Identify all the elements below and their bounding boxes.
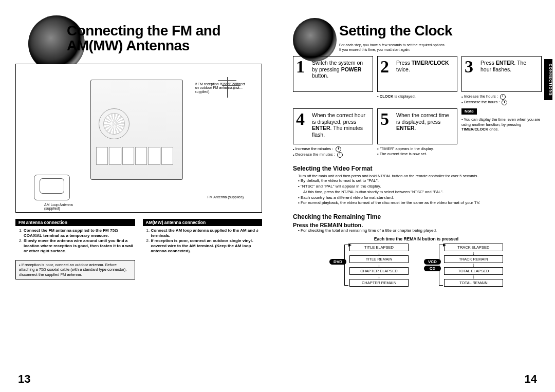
video-intro: Turn off the main unit and then press an… bbox=[298, 174, 540, 178]
page-number-left: 13 bbox=[18, 372, 30, 386]
page-title-right: Setting the Clock bbox=[339, 23, 540, 38]
connector-panel bbox=[96, 147, 173, 165]
fm-antenna-label: FM Antenna (supplied) bbox=[208, 195, 244, 199]
page-title-left: Connecting the FM and AM(MW) Antennas bbox=[67, 23, 262, 53]
dial-down-icon bbox=[502, 100, 507, 105]
step-1: 1 Switch the system on by pressing POWER… bbox=[293, 56, 373, 92]
remain-header: Checking the Remaining Time bbox=[293, 213, 540, 220]
step-2: 2 Press TIMER/CLOCK twice. bbox=[377, 56, 457, 92]
loop-arrow-icon bbox=[439, 245, 443, 286]
dial-up-icon bbox=[336, 146, 341, 152]
arrow-down-icon: ↓ bbox=[378, 263, 380, 267]
dvd-sequence: TITLE ELAPSED ↓ TITLE REMAIN ↓ CHAPTER E… bbox=[349, 244, 409, 287]
subtitle: For each step, you have a few seconds to… bbox=[339, 43, 540, 52]
fm-column: FM antenna connection Connect the FM ant… bbox=[15, 219, 135, 279]
remain-box: CHAPTER REMAIN bbox=[349, 279, 409, 287]
am-step2: If reception is poor, connect an outdoor… bbox=[151, 238, 253, 253]
connection-columns: FM antenna connection Connect the FM ant… bbox=[15, 219, 262, 279]
note-badge: Note bbox=[461, 108, 477, 115]
remain-desc-list: For checking the total and remaining tim… bbox=[298, 228, 540, 234]
fm-header: FM antenna connection bbox=[15, 219, 135, 226]
remain-box: TOTAL REMAIN bbox=[444, 279, 503, 287]
am-header: AM(MW) antenna connection bbox=[143, 219, 263, 226]
step-3: 3 Press ENTER. The hour flashes. bbox=[461, 56, 542, 92]
fm-step1: Connect the FM antenna supplied to the F… bbox=[24, 228, 118, 238]
am-column: AM(MW) antenna connection Connect the AM… bbox=[143, 219, 263, 279]
arrow-down-icon: ↓ bbox=[472, 251, 475, 255]
am-loop-antenna-icon bbox=[34, 175, 70, 200]
fm-note-box: • If reception is poor, connect an outdo… bbox=[15, 260, 135, 279]
arrow-down-icon: ↓ bbox=[472, 263, 475, 267]
fm-note-label: If FM reception is poor, connect an outd… bbox=[195, 82, 246, 94]
remain-diagram: DVD TITLE ELAPSED ↓ TITLE REMAIN ↓ CHAPT… bbox=[293, 244, 540, 287]
step-row-2: 4 When the correct hour is displayed, pr… bbox=[293, 108, 540, 158]
step-5: 5 When the correct time is displayed, pr… bbox=[377, 108, 457, 144]
loop-arrow-icon bbox=[344, 245, 348, 286]
step-note: Note You can display the time, even when… bbox=[461, 108, 542, 132]
arrow-down-icon: ↓ bbox=[378, 251, 380, 255]
fm-step2: Slowly move the antenna wire around unti… bbox=[24, 238, 133, 253]
cd-sequence: TRACK ELAPSED ↓ TRACK REMAIN ↓ TOTAL ELA… bbox=[444, 244, 503, 287]
side-tab-connections: CONNECTIONS bbox=[544, 59, 552, 100]
step-row-1: 1 Switch the system on by pressing POWER… bbox=[293, 56, 540, 105]
dial-up-icon bbox=[500, 94, 506, 100]
page-right: CONNECTIONS Setting the Clock For each s… bbox=[278, 0, 555, 392]
am-loop-label: AM Loop Antenna (supplied) bbox=[44, 203, 85, 211]
video-format-header: Selecting the Video Format bbox=[293, 165, 540, 172]
arrow-down-icon: ↓ bbox=[472, 275, 475, 279]
fan-icon bbox=[99, 108, 130, 139]
video-bullets: By default, the video format is set to "… bbox=[298, 178, 540, 206]
step-4: 4 When the correct hour is displayed, pr… bbox=[293, 108, 373, 144]
page-number-right: 14 bbox=[525, 372, 537, 386]
remain-press: Press the REMAIN button. bbox=[293, 222, 540, 228]
am-step1: Connect the AM loop antenna supplied to … bbox=[151, 228, 259, 238]
speaker-icon bbox=[293, 18, 337, 62]
device-rear-sketch bbox=[90, 80, 183, 180]
remain-each: Each time the REMAIN button is pressed bbox=[293, 236, 540, 241]
dial-down-icon bbox=[337, 152, 343, 158]
arrow-down-icon: ↓ bbox=[378, 275, 380, 279]
manual-spread: Connecting the FM and AM(MW) Antennas If… bbox=[0, 0, 555, 392]
page-left: Connecting the FM and AM(MW) Antennas If… bbox=[0, 0, 278, 392]
antenna-diagram: If FM reception is poor, connect an outd… bbox=[15, 64, 262, 213]
